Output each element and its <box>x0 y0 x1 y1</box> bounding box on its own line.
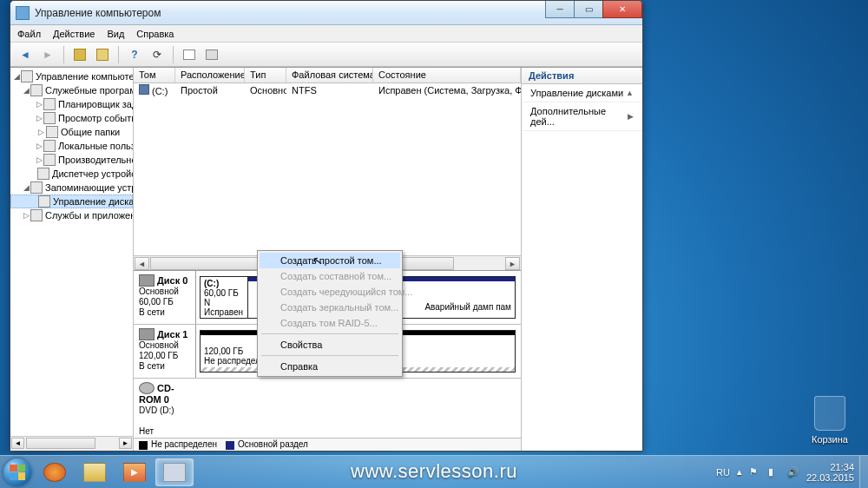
collapse-icon: ▲ <box>626 89 634 97</box>
help-button[interactable]: ? <box>125 45 144 64</box>
actions-pane: Действия Управление дисками▲ Дополнитель… <box>521 68 642 451</box>
volume-icon <box>139 84 149 95</box>
flag-icon[interactable]: ⚑ <box>749 466 761 478</box>
col-status[interactable]: Состояние <box>373 68 521 82</box>
ctx-separator <box>261 355 398 356</box>
ctx-new-mirrored-volume: Создать зеркальный том... <box>260 300 400 315</box>
show-desktop-button[interactable] <box>859 456 868 489</box>
tree-task-scheduler[interactable]: ▷Планировщик заданий <box>10 97 133 111</box>
menubar: Файл Действие Вид Справка <box>10 25 642 43</box>
nav-back-button[interactable]: ◄ <box>16 45 35 64</box>
tree-event-viewer[interactable]: ▷Просмотр событий <box>10 111 133 125</box>
volume-row-c[interactable]: (C:) Простой Основной NTFS Исправен (Сис… <box>134 83 521 97</box>
toolbar: ◄ ► ? ⟳ <box>10 43 642 67</box>
cdrom-info: CD-ROM 0 DVD (D:) Нет носителя <box>134 379 196 438</box>
tree-shared-folders[interactable]: ▷Общие папки <box>10 125 133 139</box>
network-icon[interactable]: ▮ <box>768 466 780 478</box>
menu-file[interactable]: Файл <box>17 29 41 39</box>
close-button[interactable]: ✕ <box>602 1 642 18</box>
view-button[interactable] <box>180 45 199 64</box>
tray-chevron-icon[interactable]: ▴ <box>737 466 742 478</box>
ctx-help[interactable]: Справка <box>260 359 400 374</box>
disk0-info: Диск 0 Основной 60,00 ГБ В сети <box>134 271 196 324</box>
clock[interactable]: 21:3422.03.2015 <box>806 462 854 483</box>
col-layout[interactable]: Расположение <box>175 68 245 82</box>
recycle-bin-label: Корзина <box>812 434 848 445</box>
ctx-new-spanned-volume: Создать составной том... <box>260 268 400 284</box>
language-indicator[interactable]: RU <box>716 467 730 478</box>
legend-swatch-primary <box>226 441 234 450</box>
menu-view[interactable]: Вид <box>107 29 124 39</box>
menu-help[interactable]: Справка <box>136 29 174 39</box>
taskbar-firefox[interactable] <box>36 458 74 486</box>
tree-storage[interactable]: ◢Запоминающие устрой <box>10 181 133 195</box>
menu-action[interactable]: Действие <box>53 29 95 39</box>
taskbar[interactable]: ▶ www.servlesson.ru RU ▴ ⚑ ▮ 🔊 21:3422.0… <box>0 455 868 488</box>
col-volume[interactable]: Том <box>134 68 175 82</box>
trash-icon <box>814 396 845 431</box>
ctx-new-raid5-volume: Создать том RAID-5... <box>260 315 400 331</box>
ctx-separator <box>261 333 398 334</box>
disk-icon <box>139 328 155 340</box>
refresh-button[interactable]: ⟳ <box>148 45 167 64</box>
tree-system-tools[interactable]: ◢Служебные программы <box>10 83 133 97</box>
recycle-bin[interactable]: Корзина <box>807 396 852 445</box>
tree-performance[interactable]: ▷Производительность <box>10 153 133 167</box>
navigation-tree[interactable]: ◢Управление компьютером (л ◢Служебные пр… <box>10 68 134 451</box>
watermark: www.servlesson.ru <box>351 460 517 483</box>
start-button[interactable] <box>0 456 35 489</box>
up-button[interactable] <box>70 45 89 64</box>
scroll-right-button[interactable]: ► <box>505 257 520 270</box>
tree-device-manager[interactable]: Диспетчер устройств <box>10 167 133 181</box>
settings-button[interactable] <box>202 45 221 64</box>
ctx-new-simple-volume[interactable]: Создать простой том... <box>260 253 400 268</box>
actions-disk-mgmt[interactable]: Управление дисками▲ <box>522 84 642 102</box>
properties-button[interactable] <box>93 45 112 64</box>
nav-forward-button[interactable]: ► <box>38 45 57 64</box>
col-fs[interactable]: Файловая система <box>286 68 373 82</box>
cdrom-icon <box>139 382 155 394</box>
window-title: Управление компьютером <box>35 7 161 19</box>
app-icon <box>16 6 30 20</box>
tree-services-apps[interactable]: ▷Службы и приложения <box>10 208 133 222</box>
legend: Не распределен Основной раздел <box>134 438 521 451</box>
cdrom-row[interactable]: CD-ROM 0 DVD (D:) Нет носителя <box>134 379 521 438</box>
tree-root[interactable]: ◢Управление компьютером (л <box>10 69 133 83</box>
legend-swatch-unalloc <box>139 441 148 450</box>
scroll-left-button[interactable]: ◄ <box>135 257 149 270</box>
taskbar-mediaplayer[interactable]: ▶ <box>115 458 154 486</box>
ctx-new-striped-volume: Создать чередующийся том... <box>260 284 400 300</box>
submenu-icon: ▶ <box>628 112 634 121</box>
tree-hscrollbar[interactable]: ◄ ► <box>10 436 133 451</box>
taskbar-explorer[interactable] <box>76 458 114 486</box>
disk1-info: Диск 1 Основной 120,00 ГБ В сети <box>134 325 196 378</box>
actions-header: Действия <box>522 68 642 84</box>
tree-disk-management[interactable]: Управление дисками <box>10 195 133 208</box>
context-menu: Создать простой том... Создать составной… <box>257 250 403 377</box>
ctx-properties[interactable]: Свойства <box>260 337 400 353</box>
minimize-button[interactable]: ─ <box>545 1 575 18</box>
tree-local-users[interactable]: ▷Локальные пользоват <box>10 139 133 153</box>
system-tray[interactable]: RU ▴ ⚑ ▮ 🔊 21:3422.03.2015 <box>716 462 859 483</box>
titlebar[interactable]: Управление компьютером ─ ▭ ✕ <box>10 1 642 25</box>
taskbar-compmgmt[interactable] <box>155 458 194 486</box>
col-type[interactable]: Тип <box>245 68 286 82</box>
actions-more[interactable]: Дополнительные дей...▶ <box>522 102 642 131</box>
disk0-vol-c[interactable]: (C:) 60,00 ГБ N Исправен <box>200 276 248 319</box>
volume-grid-header[interactable]: Том Расположение Тип Файловая система Со… <box>134 68 521 83</box>
volume-icon[interactable]: 🔊 <box>787 466 799 478</box>
computer-management-window: Управление компьютером ─ ▭ ✕ Файл Действ… <box>10 0 643 452</box>
maximize-button[interactable]: ▭ <box>574 1 603 18</box>
disk-icon <box>139 274 155 287</box>
